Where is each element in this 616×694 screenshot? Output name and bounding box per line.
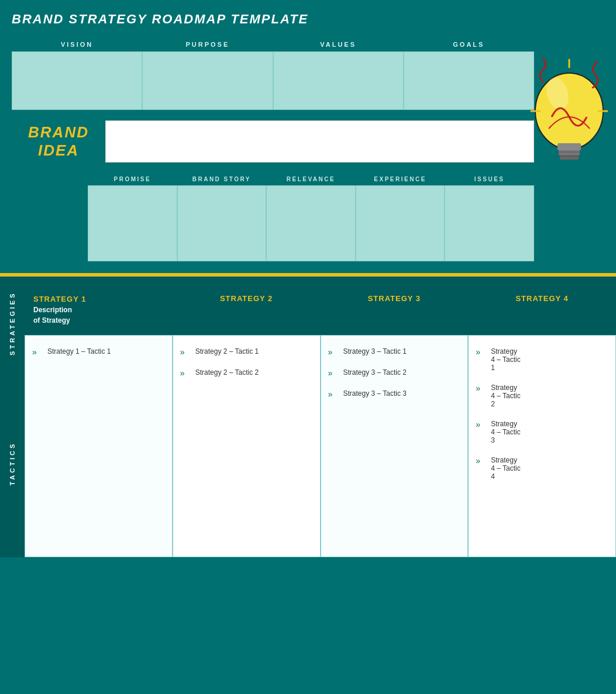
promise-cells-grid	[88, 185, 534, 261]
col-header-vision: VISION	[12, 37, 142, 51]
tactic-4-3: » Strategy 4 – Tactic 3	[476, 420, 522, 444]
tactic-3-2: » Strategy 3 – Tactic 2	[328, 368, 461, 378]
tactic-3-3: » Strategy 3 – Tactic 3	[328, 389, 461, 399]
promise-headers-grid: PROMISE BRAND STORY RELEVANCE EXPERIENCE…	[88, 173, 534, 185]
issues-header: ISSUES	[445, 173, 534, 185]
strategy3-header-cell: STRATEGY 3	[321, 288, 469, 335]
strategies-label: STRATEGIES	[0, 277, 25, 370]
col-header-values: VALUES	[273, 37, 404, 51]
brand-story-header: BRAND STORY	[177, 173, 267, 185]
experience-cell[interactable]	[356, 185, 445, 261]
top-section: BRAND STRATEGY ROADMAP TEMPLATE VISION P…	[0, 0, 616, 273]
svg-rect-4	[560, 155, 579, 160]
tactic-arrow-icon: »	[476, 456, 487, 465]
tactic-1-1: » Strategy 1 – Tactic 1	[32, 347, 165, 357]
relevance-cell[interactable]	[266, 185, 356, 261]
strategy1-label: STRATEGY 1 Description of Strategy	[33, 294, 164, 326]
svg-rect-2	[558, 143, 581, 150]
brand-idea-label: BRAND IDEA	[12, 123, 105, 160]
top-columns-grid: VISION PURPOSE VALUES GOALS	[12, 37, 534, 51]
strategy2-header-cell: STRATEGY 2	[173, 288, 321, 335]
strategy2-label: STRATEGY 2	[181, 294, 312, 303]
promise-header: PROMISE	[88, 173, 177, 185]
tactic-arrow-icon: »	[180, 347, 192, 357]
tactics-grid: » Strategy 1 – Tactic 1 » Strategy 2 – T…	[25, 335, 616, 557]
tactics-label: TACTICS	[0, 370, 25, 557]
goals-cell[interactable]	[404, 51, 534, 110]
tactic-arrow-icon: »	[328, 368, 340, 378]
col-header-goals: GOALS	[404, 37, 534, 51]
strategy4-label: STRATEGY 4	[477, 294, 607, 303]
tactic-arrow-icon: »	[476, 420, 487, 429]
strategy-headers-row: STRATEGY 1 Description of Strategy STRAT…	[25, 277, 616, 335]
tactic-4-4: » Strategy 4 – Tactic 4	[476, 456, 522, 481]
tactics-col-1: » Strategy 1 – Tactic 1	[25, 335, 173, 557]
bottom-inner: STRATEGIES TACTICS STRATEGY 1 Descriptio…	[0, 277, 616, 557]
tactic-2-2: » Strategy 2 – Tactic 2	[180, 368, 313, 378]
bottom-section: STRATEGIES TACTICS STRATEGY 1 Descriptio…	[0, 275, 616, 557]
svg-rect-3	[559, 150, 580, 155]
tactic-arrow-icon: »	[476, 384, 487, 393]
top-columns-cells	[12, 51, 534, 110]
tactic-arrow-icon: »	[180, 368, 192, 378]
strategy1-header-cell: STRATEGY 1 Description of Strategy	[25, 288, 173, 335]
strategy4-header-cell: STRATEGY 4	[468, 288, 616, 335]
experience-header: EXPERIENCE	[356, 173, 445, 185]
tactics-col-4: » Strategy 4 – Tactic 1 » Strategy 4 – T…	[468, 335, 616, 557]
brand-story-cell[interactable]	[177, 185, 267, 261]
tactic-3-1: » Strategy 3 – Tactic 1	[328, 347, 461, 357]
tactic-2-1: » Strategy 2 – Tactic 1	[180, 347, 313, 357]
page-title: BRAND STRATEGY ROADMAP TEMPLATE	[12, 12, 604, 27]
promise-cell[interactable]	[88, 185, 177, 261]
tactic-4-2: » Strategy 4 – Tactic 2	[476, 384, 522, 408]
tactics-col-2: » Strategy 2 – Tactic 1 » Strategy 2 – T…	[173, 335, 321, 557]
tactics-col-3: » Strategy 3 – Tactic 1 » Strategy 3 – T…	[321, 335, 469, 557]
left-sidebar: STRATEGIES TACTICS	[0, 277, 25, 557]
relevance-header: RELEVANCE	[266, 173, 356, 185]
brand-idea-input[interactable]	[105, 120, 534, 163]
lightbulb-top-decoration	[528, 35, 616, 281]
values-cell[interactable]	[273, 51, 404, 110]
svg-point-0	[535, 73, 603, 149]
vision-cell[interactable]	[12, 51, 142, 110]
tactic-4-1: » Strategy 4 – Tactic 1	[476, 347, 522, 372]
tactic-arrow-icon: »	[328, 347, 340, 357]
strategies-content: STRATEGY 1 Description of Strategy STRAT…	[25, 277, 616, 557]
issues-cell[interactable]	[445, 185, 534, 261]
tactic-arrow-icon: »	[328, 389, 340, 399]
purpose-cell[interactable]	[142, 51, 273, 110]
strategy3-label: STRATEGY 3	[329, 294, 460, 303]
brand-idea-row: BRAND IDEA	[12, 120, 534, 163]
promise-section: PROMISE BRAND STORY RELEVANCE EXPERIENCE…	[88, 173, 534, 261]
col-header-purpose: PURPOSE	[142, 37, 273, 51]
tactic-arrow-icon: »	[32, 347, 44, 357]
tactic-arrow-icon: »	[476, 347, 487, 357]
